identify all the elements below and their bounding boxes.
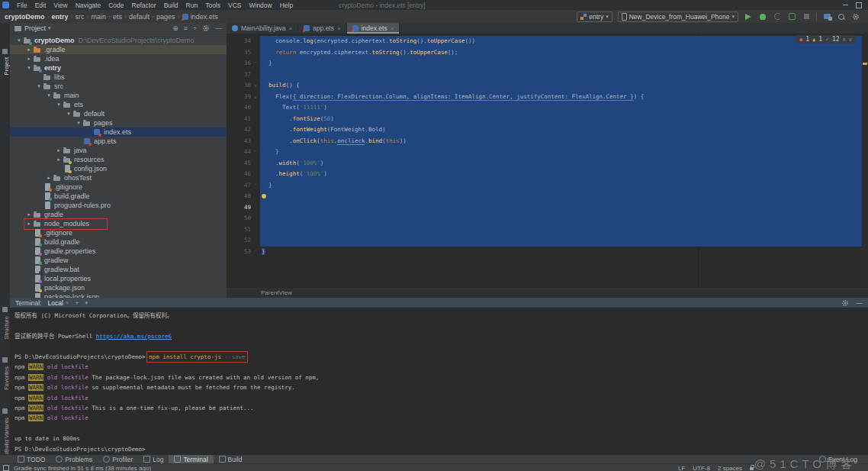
menu-navigate[interactable]: Navigate [72,2,105,9]
tree-item-gradle.properties[interactable]: gradle.properties [10,247,227,256]
breadcrumb-item-pages[interactable]: pages [155,13,177,21]
code-line-46[interactable]: 46 .height('100%') [227,169,862,180]
chevron-down-icon[interactable]: ▾ [85,300,88,306]
tree-item-build.gradle[interactable]: build.gradle [10,192,227,201]
menu-build[interactable]: Build [160,2,182,9]
tree-item-.gradle[interactable]: ▸.gradle [10,45,227,54]
breadcrumb-item-src[interactable]: src [74,13,86,21]
inspections-widget[interactable]: ●1 ▲1 ✓12 ∧ ∨ [796,35,856,44]
tree-item-main[interactable]: ▾main [10,91,227,100]
debug-button[interactable] [758,12,767,21]
tree-item-pages[interactable]: ▾pages [10,118,227,127]
menu-tools[interactable]: Tools [201,2,224,9]
tree-item-config.json[interactable]: config.json [10,164,227,173]
code-line-50[interactable]: 50 [227,213,862,224]
toolwindow-todo[interactable]: TODO [12,455,50,464]
code-line-36[interactable]: 36^ } [227,58,862,69]
expand-all-button[interactable]: ≡ [184,24,188,32]
tree-collapse-icon[interactable]: ▾ [15,36,23,45]
tab-app.ets[interactable]: app.ets× [298,23,347,34]
tree-expand-icon[interactable]: ▸ [55,146,63,155]
intention-bulb-icon[interactable] [262,194,266,198]
tree-expand-icon[interactable]: ▸ [45,173,53,182]
fold-marker[interactable]: v [251,92,260,103]
stop-button[interactable] [802,12,811,21]
tree-item-proguard-rules.pro[interactable]: proguard-rules.pro [10,201,227,210]
settings-button[interactable] [851,12,860,21]
editor-scrollbar[interactable] [862,34,868,288]
breadcrumb-item-main[interactable]: main [90,13,108,21]
code-line-38[interactable]: 38v build() { [227,80,862,92]
menu-edit[interactable]: Edit [31,2,50,9]
profiler-button[interactable] [787,12,796,21]
tree-collapse-icon[interactable]: ▾ [75,118,82,127]
tree-item-java[interactable]: ▸java [10,146,227,155]
toolwindow-terminal[interactable]: Terminal [169,455,213,464]
tree-item-gradlew.bat[interactable]: gradlew.bat [10,265,227,274]
toolwindow-build[interactable]: Build [214,455,248,464]
close-icon[interactable]: × [337,25,341,32]
code-line-52[interactable]: 52 [227,235,862,247]
project-panel-title[interactable]: Project [24,24,46,32]
breadcrumb-item-default[interactable]: default [127,13,151,21]
code-line-48[interactable]: 48 [227,191,862,202]
tree-item-default[interactable]: ▾default [10,109,227,118]
code-editor[interactable]: 34 console.log(encrypted.ciphertext.toSt… [227,34,868,288]
new-session-button[interactable]: + [75,299,79,307]
tree-expand-icon[interactable]: ▸ [25,45,33,54]
editor-breadcrumb[interactable]: ParentView [227,287,868,298]
menu-vcs[interactable]: VCS [224,2,245,9]
chevron-down-icon[interactable]: ▾ [48,25,51,31]
toolwindow-log[interactable]: Log [138,455,169,464]
close-icon[interactable]: × [391,25,394,32]
fold-marker[interactable]: ^ [251,147,260,158]
fold-marker[interactable]: ^ [251,58,260,69]
warning-stripe-mark[interactable] [863,63,867,65]
code-line-41[interactable]: 41 .fontSize(50) [227,114,862,125]
code-line-35[interactable]: 35 return encrypted.ciphertext.toString(… [227,47,862,59]
tree-item-entry[interactable]: ▾entry [10,63,227,73]
tree-item-libs[interactable]: libs [10,73,227,82]
tree-item-cryptoDemo[interactable]: ▾cryptoDemoD:\DevEcoStudioProjects\crypt… [10,36,227,45]
prev-issue-button[interactable]: ∧ [843,37,846,43]
tree-collapse-icon[interactable]: ▾ [45,91,53,100]
tree-item-gradlew[interactable]: gradlew [10,256,227,265]
fold-marker[interactable]: ^ [251,247,260,258]
tree-collapse-icon[interactable]: ▾ [25,63,33,73]
device-selector[interactable]: New_Device_from_Huawei_Phone ▾ [618,11,738,22]
tree-expand-icon[interactable]: ▸ [25,54,33,63]
breadcrumb-item-entry[interactable]: entry [50,13,70,21]
fold-marker[interactable]: v [251,80,260,92]
tree-expand-icon[interactable]: ▸ [55,155,63,164]
code-line-34[interactable]: 34 console.log(encrypted.ciphertext.toSt… [227,36,862,47]
toolwindow-profiler[interactable]: Profiler [98,455,138,464]
breadcrumb-item-cryptoDemo[interactable]: cryptoDemo [3,13,47,21]
close-icon[interactable]: × [288,25,292,32]
hide-panel-button[interactable]: — [215,24,222,32]
tree-item-src[interactable]: ▾src [10,82,227,91]
tab-MainAbility.java[interactable]: MainAbility.java× [227,23,298,34]
tab-index.ets[interactable]: index.ets× [347,23,400,34]
menu-view[interactable]: View [50,2,71,9]
stripe-structure[interactable]: Structure [0,316,10,339]
module-selector[interactable]: entry ▾ [577,11,612,22]
toolwindow-toggle-icon[interactable] [3,465,9,471]
lock-icon[interactable] [750,467,754,470]
breadcrumb-item-index.ets[interactable]: index.ets [181,13,220,21]
menu-refactor[interactable]: Refactor [128,2,160,9]
tree-item-.gitignore[interactable]: .gitignore [10,228,227,237]
code-line-51[interactable]: 51 [227,224,862,236]
code-line-40[interactable]: 40 Text('11111') [227,102,862,114]
next-issue-button[interactable]: ∨ [849,37,852,43]
tree-item-.gitignore[interactable]: .gitignore [10,182,227,192]
tree-item-.idea[interactable]: ▸.idea [10,54,227,63]
run-button[interactable] [744,12,753,21]
code-line-44[interactable]: 44^ } [227,147,862,158]
tree-item-local.properties[interactable]: local.properties [10,274,227,283]
search-everywhere-button[interactable] [837,12,846,21]
tree-item-index.ets[interactable]: index.ets [10,127,227,137]
menu-window[interactable]: Window [245,2,275,9]
terminal-tab-local[interactable]: Local × [47,299,69,307]
line-ending-indicator[interactable]: LF [678,465,685,471]
tree-item-build.gradle[interactable]: build.gradle [10,237,227,247]
